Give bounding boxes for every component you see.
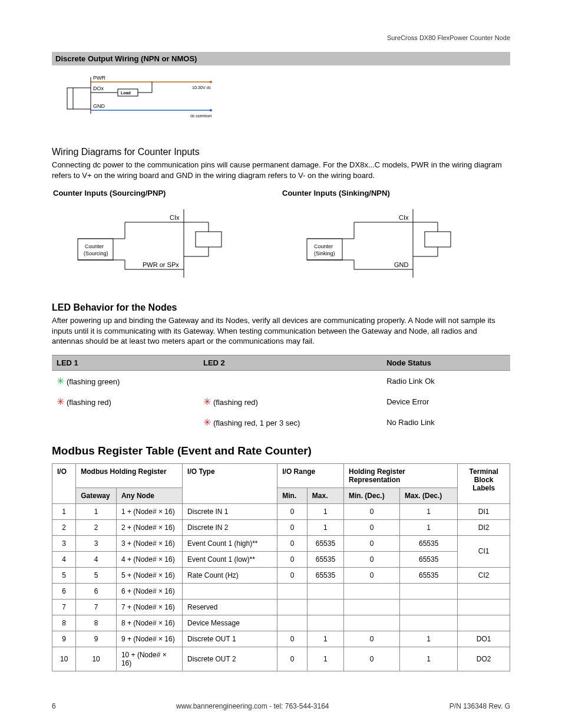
svg-rect-0 xyxy=(67,88,73,109)
modbus-cell: 65535 xyxy=(307,535,343,551)
modbus-cell: 0 xyxy=(277,503,308,519)
led-row: ✳(flashing green)Radio Link Ok xyxy=(52,370,510,391)
modbus-cell: 7 + (Node# × 16) xyxy=(116,599,182,615)
modbus-cell xyxy=(277,615,308,631)
modbus-cell xyxy=(458,615,510,631)
led2-text: (flashing red, 1 per 3 sec) xyxy=(213,419,300,427)
modbus-cell: 9 xyxy=(52,631,76,647)
modbus-row: 101010 + (Node# × 16)Discrete OUT 20101D… xyxy=(52,647,510,671)
modbus-cell: 0 xyxy=(344,647,400,671)
modbus-cell: 6 + (Node# × 16) xyxy=(116,583,182,599)
modbus-cell xyxy=(307,599,343,615)
common-label: dc common xyxy=(190,114,211,118)
svg-text:CIx: CIx xyxy=(399,214,409,221)
footer-center: www.bannerengineering.com - tel: 763-544… xyxy=(176,702,329,710)
modbus-cell xyxy=(344,615,400,631)
led1-header: LED 1 xyxy=(52,355,199,370)
maxd-header: Max. (Dec.) xyxy=(400,487,458,503)
modbus-cell: 65535 xyxy=(307,551,343,567)
modbus-cell: DO1 xyxy=(458,631,510,647)
rep-header: Holding Register Representation xyxy=(344,463,458,487)
svg-text:Counter: Counter xyxy=(85,243,104,249)
svg-text:Counter: Counter xyxy=(314,243,333,249)
status-cell: Device Error xyxy=(382,391,510,412)
flash-icon: ✳ xyxy=(203,397,211,407)
modbus-cell: 0 xyxy=(277,535,308,551)
modbus-cell xyxy=(458,599,510,615)
modbus-cell: 10 xyxy=(52,647,76,671)
modbus-cell: DI2 xyxy=(458,519,510,535)
counter-sourcing-title: Counter Inputs (Sourcing/PNP) xyxy=(52,189,281,197)
pwr-label: PWR xyxy=(93,75,105,81)
modbus-cell: 9 + (Node# × 16) xyxy=(116,631,182,647)
modbus-cell: 65535 xyxy=(400,567,458,583)
modbus-cell: 4 + (Node# × 16) xyxy=(116,551,182,567)
modbus-cell: Rate Count (Hz) xyxy=(183,567,277,583)
led1-cell: ✳(flashing green) xyxy=(52,370,199,391)
modbus-cell: Discrete OUT 2 xyxy=(183,647,277,671)
modbus-cell: 3 xyxy=(76,535,117,551)
svg-text:PWR or SPx: PWR or SPx xyxy=(143,261,179,268)
modbus-cell: 0 xyxy=(344,631,400,647)
modbus-cell: Reserved xyxy=(183,599,277,615)
svg-rect-39 xyxy=(307,239,342,260)
modbus-cell: 5 xyxy=(76,567,117,583)
led-row: ✳(flashing red)✳(flashing red)Device Err… xyxy=(52,391,510,412)
modbus-cell: Discrete IN 1 xyxy=(183,503,277,519)
modbus-row: 222 + (Node# × 16)Discrete IN 20101DI2 xyxy=(52,519,510,535)
modbus-row: 999 + (Node# × 16)Discrete OUT 10101DO1 xyxy=(52,631,510,647)
modbus-cell: 6 xyxy=(76,583,117,599)
modbus-cell xyxy=(183,583,277,599)
modbus-row: 777 + (Node# × 16)Reserved xyxy=(52,599,510,615)
document-header: SureCross DX80 FlexPower Counter Node xyxy=(52,34,510,41)
modbus-row: 333 + (Node# × 16)Event Count 1 (high)**… xyxy=(52,535,510,551)
modbus-cell: 2 + (Node# × 16) xyxy=(116,519,182,535)
svg-point-4 xyxy=(210,81,212,83)
modbus-cell: Device Message xyxy=(183,615,277,631)
modbus-cell: 1 xyxy=(307,647,343,671)
modbus-cell: 65535 xyxy=(400,551,458,567)
modbus-cell: DI1 xyxy=(458,503,510,519)
led-intro: After powering up and binding the Gatewa… xyxy=(52,315,510,347)
modbus-cell: 0 xyxy=(277,551,308,567)
modbus-cell: 2 xyxy=(52,519,76,535)
modbus-cell xyxy=(400,615,458,631)
modbus-cell: 7 xyxy=(76,599,117,615)
modbus-cell xyxy=(458,583,510,599)
modbus-cell: 10 + (Node# × 16) xyxy=(116,647,182,671)
modbus-cell xyxy=(307,615,343,631)
modbus-cell: CI1 xyxy=(458,535,510,567)
modbus-cell: 1 xyxy=(52,503,76,519)
wiring-heading: Wiring Diagrams for Counter Inputs xyxy=(52,147,510,157)
modbus-row: 444 + (Node# × 16)Event Count 1 (low)**0… xyxy=(52,551,510,567)
modbus-cell xyxy=(344,599,400,615)
modbus-cell xyxy=(307,583,343,599)
reg-header: Modbus Holding Register xyxy=(76,463,183,487)
modbus-cell: 1 xyxy=(400,647,458,671)
modbus-cell: Discrete IN 2 xyxy=(183,519,277,535)
modbus-cell: Event Count 1 (high)** xyxy=(183,535,277,551)
modbus-cell: 0 xyxy=(277,519,308,535)
led1-text: (flashing red) xyxy=(67,398,111,407)
modbus-cell: 1 xyxy=(76,503,117,519)
modbus-table: I/O Modbus Holding Register I/O Type I/O… xyxy=(52,463,510,671)
modbus-cell: 6 xyxy=(52,583,76,599)
modbus-cell: 3 xyxy=(52,535,76,551)
modbus-cell: 3 + (Node# × 16) xyxy=(116,535,182,551)
led1-cell: ✳(flashing red) xyxy=(52,391,199,412)
modbus-cell: 4 xyxy=(52,551,76,567)
led2-text: (flashing red) xyxy=(213,398,258,407)
volt-label: 10-30V dc xyxy=(192,85,211,90)
section-discrete-output: Discrete Output Wiring (NPN or NMOS) xyxy=(52,52,510,65)
modbus-cell: 1 xyxy=(400,519,458,535)
load-label: Load xyxy=(121,91,131,95)
modbus-cell: 0 xyxy=(344,503,400,519)
footer-right: P/N 136348 Rev. G xyxy=(449,702,510,710)
flash-icon: ✳ xyxy=(57,376,64,386)
modbus-cell: 5 + (Node# × 16) xyxy=(116,567,182,583)
modbus-cell: 10 xyxy=(76,647,117,671)
led2-cell xyxy=(199,370,382,391)
modbus-cell: Event Count 1 (low)** xyxy=(183,551,277,567)
flash-icon: ✳ xyxy=(57,397,64,407)
modbus-cell: Discrete OUT 1 xyxy=(183,631,277,647)
